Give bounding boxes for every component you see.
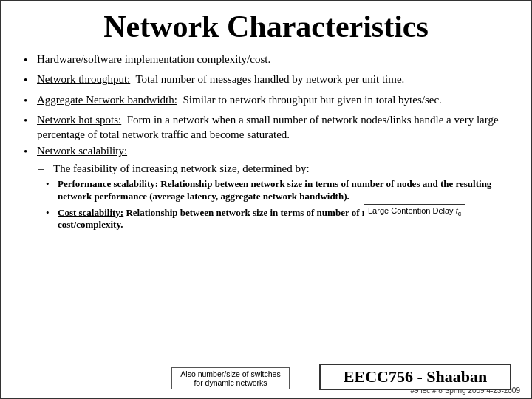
bullet-dot-5: •: [24, 144, 37, 159]
bottom-annotation-line2: for dynamic networks: [177, 378, 284, 387]
bullet-text-5: Network scalability:: [37, 143, 508, 158]
sub-bullet-dot-c: •: [46, 207, 58, 219]
bullet-text-1: Hardware/software implementation complex…: [37, 52, 508, 66]
bullet-dot-4: •: [24, 113, 37, 128]
bottom-annotation-arrow: [216, 360, 216, 369]
sub-bullet-dot-p: •: [46, 178, 58, 191]
bullet-4: • Network hot spots: Form in a network w…: [24, 112, 508, 143]
dash-item: – The feasibility of increasing network …: [38, 161, 508, 176]
bullet-dot-3: •: [24, 93, 37, 108]
bullet-dot-1: •: [24, 52, 37, 67]
annotation-label: Large Contention Delay tc: [368, 206, 461, 215]
slide: Network Characteristics • Hardware/softw…: [0, 0, 532, 399]
dash-text: The feasibility of increasing network si…: [53, 161, 310, 176]
dash-dot: –: [38, 161, 53, 176]
bullet-2: • Network throughput: Total number of me…: [24, 72, 508, 87]
sub-bullet-performance: • Performance scalability: Relationship …: [46, 178, 508, 203]
bullet-text-2: Network throughput: Total number of mess…: [37, 72, 508, 86]
contention-delay-annotation: Large Contention Delay tc: [364, 204, 466, 219]
eecc-label: EECC756 - Shaaban: [344, 367, 487, 386]
bullet-5: • Network scalability:: [24, 143, 508, 159]
bullet-text-4: Network hot spots: Form in a network whe…: [37, 112, 508, 143]
eecc-box: EECC756 - Shaaban: [319, 364, 511, 390]
bullet-3: • Aggregate Network bandwidth: Similar t…: [24, 92, 508, 108]
sub-bullet-text-p: Performance scalability: Relationship be…: [58, 178, 508, 203]
bottom-annotation-box: Also number/size of switches for dynamic…: [171, 367, 290, 389]
bullet-text-3: Aggregate Network bandwidth: Similar to …: [37, 92, 508, 107]
annotation-arrow: [319, 211, 365, 211]
bottom-annotation-line1: Also number/size of switches: [177, 369, 284, 378]
slide-title: Network Characteristics: [24, 9, 508, 44]
bullet-1: • Hardware/software implementation compl…: [24, 52, 508, 67]
bullet-dot-2: •: [24, 72, 37, 87]
